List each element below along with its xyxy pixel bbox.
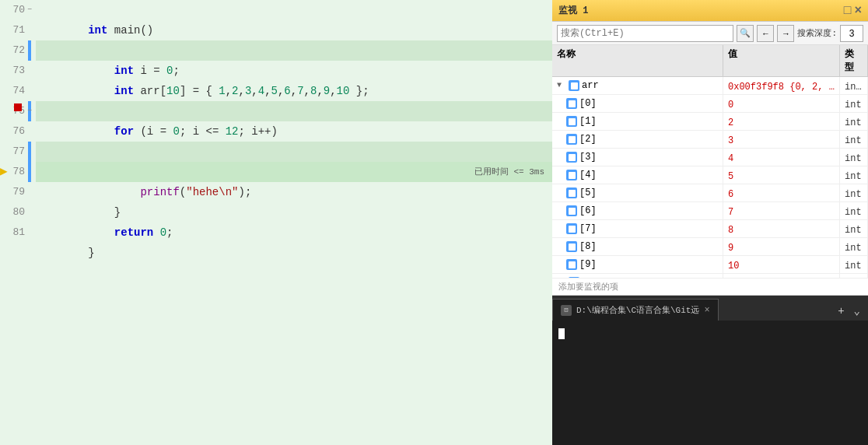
terminal-tab[interactable]: ⊡ D:\编程合集\C语言合集\Git远 × xyxy=(552,299,719,321)
watch-panel: 监视 1 □ × 🔍 ← → 搜索深度: 名称 值 类型 ▼ xyxy=(552,0,868,296)
watch-value-arr-7: 8 xyxy=(723,220,840,237)
watch-name-arr-8: [8] xyxy=(552,238,723,255)
table-row[interactable]: [1] 2 int xyxy=(552,113,868,131)
search-button[interactable]: 🔍 xyxy=(737,25,754,42)
line-num-80: 80 xyxy=(0,202,25,223)
code-line-72: int i = 0; xyxy=(36,40,552,61)
table-row[interactable]: [0] 0 int xyxy=(552,95,868,113)
code-line-81: } xyxy=(36,223,552,243)
watch-value-arr-5: 6 xyxy=(723,184,840,201)
watch-value-arr-6: 7 xyxy=(723,202,840,219)
watch-type-arr-2: int xyxy=(840,131,868,148)
line-gutter: 70 71 72 73 74 75 76 77 78 79 80 81 − xyxy=(0,0,33,445)
watch-type-arr-8: int xyxy=(840,238,868,255)
col-value: 值 xyxy=(723,45,840,76)
nav-forward-button[interactable]: → xyxy=(777,25,794,42)
watch-name-arr-0: [0] xyxy=(552,95,723,112)
var-icon-arr-5 xyxy=(566,187,577,198)
var-label-arr-1: [1] xyxy=(579,113,597,130)
collapse-icon-75[interactable]: − xyxy=(27,101,32,121)
var-label-arr-3: [3] xyxy=(579,149,597,166)
line-num-70: 70 xyxy=(0,0,25,20)
watch-type-arr-1: int xyxy=(840,113,868,130)
terminal-cursor xyxy=(558,328,565,339)
var-label-arr-8: [8] xyxy=(579,238,597,255)
watch-table: ▼ arr 0x00f3f9f8 {0, 2, 3, 4, 5, 6, 7, .… xyxy=(552,77,868,278)
var-label-arr-7: [7] xyxy=(579,220,597,237)
table-row[interactable]: [2] 3 int xyxy=(552,131,868,149)
watch-name-arr-1: [1] xyxy=(552,113,723,130)
watch-table-header: 名称 值 类型 xyxy=(552,45,868,77)
watch-value-arr-9: 10 xyxy=(723,256,840,273)
table-row[interactable]: [8] 9 int xyxy=(552,238,868,256)
col-name: 名称 xyxy=(552,45,723,76)
line-num-71: 71 xyxy=(0,20,25,40)
terminal-more-button[interactable]: ⌄ xyxy=(851,303,863,319)
table-row[interactable]: [9] 10 int xyxy=(552,256,868,274)
code-line-71: { xyxy=(36,20,552,40)
watch-name-arr-3: [3] xyxy=(552,149,723,166)
watch-name-arr: ▼ arr xyxy=(552,77,723,94)
var-icon-arr xyxy=(569,80,579,91)
table-row[interactable]: [7] 8 int xyxy=(552,220,868,238)
var-label-arr-5: [5] xyxy=(579,184,597,201)
line-num-76: 76 xyxy=(0,121,25,142)
watch-name-arr-7: [7] xyxy=(552,220,723,237)
watch-type-arr-6: int xyxy=(840,202,868,219)
var-label-arr-9: [9] xyxy=(579,256,597,273)
watch-name-arr-4: [4] xyxy=(552,166,723,184)
line-num-81: 81 xyxy=(0,223,25,243)
var-label-arr-6: [6] xyxy=(579,202,597,219)
code-line-70: int main() xyxy=(36,0,552,20)
line-num-79: 79 xyxy=(0,182,25,202)
watch-header: 监视 1 □ × xyxy=(552,0,868,22)
line-num-77: 77 xyxy=(0,142,25,162)
watch-close[interactable]: × xyxy=(854,4,862,18)
col-type: 类型 xyxy=(840,45,868,76)
table-row[interactable]: [3] 4 int xyxy=(552,149,868,166)
line-num-73: 73 xyxy=(0,61,25,81)
code-area: 70 71 72 73 74 75 76 77 78 79 80 81 − xyxy=(0,0,552,445)
watch-type-arr-7: int xyxy=(840,220,868,237)
collapse-icon-70[interactable]: − xyxy=(27,0,32,20)
add-watch-button[interactable]: 添加要监视的项 xyxy=(552,278,868,295)
code-line-79: } xyxy=(36,182,552,202)
table-row[interactable]: ▼ arr 0x00f3f9f8 {0, 2, 3, 4, 5, 6, 7, .… xyxy=(552,77,868,95)
watch-type-arr-0: int xyxy=(840,95,868,112)
terminal-tab-label: D:\编程合集\C语言合集\Git远 xyxy=(576,304,699,316)
breakpoint-dot xyxy=(14,103,22,111)
expand-icon[interactable]: ▼ xyxy=(557,77,566,94)
watch-toolbar: 🔍 ← → 搜索深度: xyxy=(552,22,868,45)
watch-value-arr-0: 0 xyxy=(723,95,840,112)
var-icon-arr-6 xyxy=(566,205,577,216)
code-line-73: int arr[10] = { 1,2,3,4,5,6,7,8,9,10 }; xyxy=(36,61,552,81)
code-line-78: printf("hehe\n"); 已用时间 <= 3ms xyxy=(36,162,552,182)
watch-value-arr-4: 5 xyxy=(723,166,840,184)
var-icon-arr-3 xyxy=(566,152,577,163)
execution-arrow: ▶ xyxy=(0,162,8,182)
watch-value-arr: 0x00f3f9f8 {0, 2, 3, 4, 5, 6, 7, ... xyxy=(723,77,840,94)
table-row[interactable]: [5] 6 int xyxy=(552,184,868,202)
nav-back-button[interactable]: ← xyxy=(757,25,774,42)
terminal-add-button[interactable]: + xyxy=(835,303,847,319)
terminal-body[interactable] xyxy=(552,321,868,445)
table-row[interactable]: [4] 5 int xyxy=(552,166,868,184)
watch-type-arr-5: int xyxy=(840,184,868,201)
code-line-77: arr[i] = 0; xyxy=(36,142,552,162)
watch-search-input[interactable] xyxy=(557,25,733,42)
watch-value-arr-2: 3 xyxy=(723,131,840,148)
table-row[interactable]: [6] 7 int xyxy=(552,202,868,220)
terminal-panel: ⊡ D:\编程合集\C语言合集\Git远 × + ⌄ xyxy=(552,296,868,445)
watch-title: 监视 1 xyxy=(558,4,588,17)
watch-name-arr-6: [6] xyxy=(552,202,723,219)
code-line-74 xyxy=(36,81,552,101)
depth-input[interactable] xyxy=(840,25,863,42)
watch-maximize[interactable]: □ xyxy=(844,4,852,18)
terminal-tab-close[interactable]: × xyxy=(704,305,709,316)
add-watch-label: 添加要监视的项 xyxy=(558,282,618,292)
watch-value-arr-3: 4 xyxy=(723,149,840,166)
var-name-arr: arr xyxy=(582,77,599,94)
depth-label: 搜索深度: xyxy=(797,27,837,39)
blue-bar-78 xyxy=(28,162,31,182)
code-line-75: for (i = 0; i <= 12; i++) xyxy=(36,101,552,121)
